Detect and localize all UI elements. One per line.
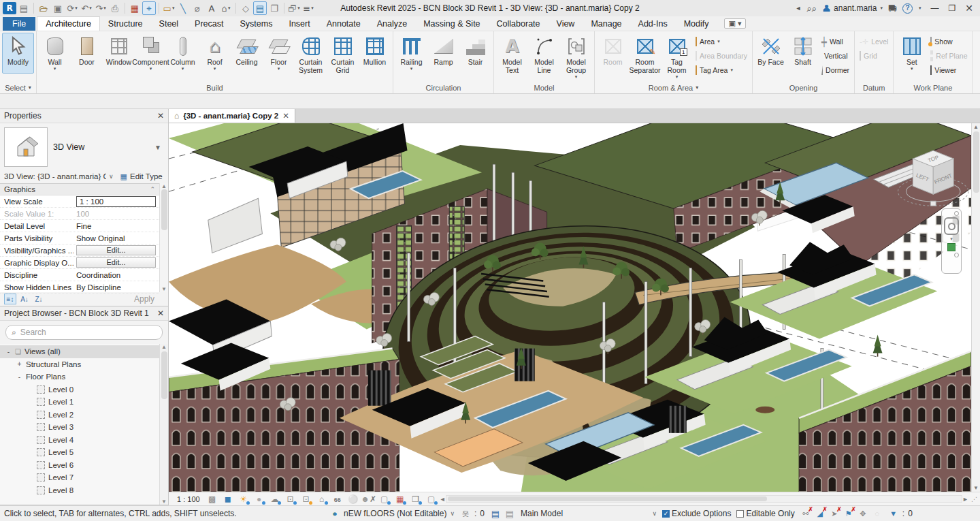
ribbon-tab-add-ins[interactable]: Add-Ins — [630, 17, 676, 31]
shaft-button[interactable]: Shaft — [787, 33, 819, 74]
editable-only-checkbox[interactable]: Editable Only — [736, 509, 794, 518]
property-row[interactable]: View Scale1 : 100 — [0, 195, 159, 208]
default-3d-view-caret-icon[interactable]: ▾ — [228, 5, 231, 11]
instance-caret-icon[interactable]: ∨ — [109, 173, 114, 180]
redo-icon[interactable]: ↷▾ — [94, 1, 108, 15]
model-line-button[interactable]: Model Line — [528, 33, 560, 82]
selection-filter[interactable]: ▼:0 — [888, 508, 913, 519]
text-icon[interactable]: A — [205, 1, 218, 15]
app-store-icon[interactable]: ⛟ — [888, 4, 897, 13]
column-button[interactable]: Column▾ — [167, 33, 199, 74]
type-selector-caret-icon[interactable]: ▼ — [154, 144, 161, 151]
edit-type-button[interactable]: ▦ Edit Type — [120, 172, 163, 180]
navigation-bar[interactable]: ▾ — [941, 208, 962, 274]
ribbon-tab-systems[interactable]: Systems — [231, 17, 280, 31]
tree-item-level-1[interactable]: Level 1 — [0, 396, 168, 409]
panel-label-work-plane[interactable]: Work Plane — [894, 82, 972, 93]
by-face-button[interactable]: By Face — [755, 33, 787, 74]
select-pinned-icon[interactable]: ➤✗ — [829, 508, 840, 519]
tag-room-button[interactable]: 1Tag Room▾ — [661, 33, 693, 82]
ribbon-tab-file[interactable]: File — [3, 17, 35, 31]
tree-item-level-7[interactable]: Level 7 — [0, 471, 168, 484]
worksharing-display-icon[interactable]: ☻✗ — [363, 494, 374, 505]
restore-button[interactable]: ❐ — [949, 3, 956, 13]
panel-label-room-area[interactable]: Room & Area ▾ — [595, 82, 752, 93]
drag-on-selection-icon[interactable]: ✥ — [858, 508, 868, 519]
property-row[interactable]: Scale Value 1:100 — [0, 208, 159, 220]
viewport-canvas[interactable]: TOP LEFT FRONT ▾ — [169, 123, 971, 492]
ribbon-tab-precast[interactable]: Precast — [186, 17, 231, 31]
scroll-up-icon[interactable]: ▲ — [973, 124, 979, 130]
ceiling-button[interactable]: Ceiling — [231, 33, 263, 74]
tag-area-button[interactable]: Tag Area▾ — [693, 63, 750, 77]
properties-scrollbar[interactable]: ▲▼ — [159, 183, 168, 292]
modify-panel-switcher[interactable]: ▣ ▾ — [724, 18, 747, 29]
floor-button[interactable]: Floor▾ — [263, 33, 295, 74]
view-scale-button[interactable]: 1 : 100 — [169, 495, 207, 503]
design-option-control[interactable]: Main Model ∨ — [521, 509, 657, 518]
navbar-options-icon[interactable] — [954, 211, 959, 216]
spline-dim-icon[interactable]: ╲ — [176, 1, 190, 15]
sort-ascending-icon[interactable]: A↓ — [18, 294, 31, 304]
worksets-dialog-icon[interactable]: ▤ — [490, 508, 501, 519]
editing-requests[interactable]: 웃:0 — [460, 508, 485, 519]
property-row[interactable]: DisciplineCoordination — [0, 269, 159, 281]
graphics-section-header[interactable]: Graphics⌃ — [0, 184, 159, 195]
crop-view-icon[interactable]: ⊡ — [285, 494, 296, 505]
ribbon-tab-view[interactable]: View — [549, 17, 583, 31]
select-links-icon[interactable]: ⚯✗ — [800, 508, 811, 519]
viewport-vertical-scrollbar[interactable]: ▲ ▼ — [971, 123, 980, 492]
model-group-button[interactable]: Model Group▾ — [560, 33, 592, 82]
ribbon-tab-massing-site[interactable]: Massing & Site — [415, 17, 488, 31]
viewport-horizontal-scrollbar[interactable]: ◄ ► — [440, 495, 968, 503]
exclude-options-checkbox[interactable]: ✓ Exclude Options — [662, 509, 731, 518]
component-button[interactable]: Component▾ — [135, 33, 167, 74]
customize-qat-caret-icon[interactable]: ▾ — [311, 5, 314, 11]
customize-qat-icon[interactable]: ≡▾ — [301, 1, 315, 15]
minimize-button[interactable]: — — [931, 3, 939, 13]
tree-item-structural-plans[interactable]: +Structural Plans — [0, 358, 168, 371]
redo-caret-icon[interactable]: ▾ — [103, 5, 106, 11]
undo-caret-icon[interactable]: ▾ — [89, 5, 92, 11]
save-icon[interactable]: ▣ — [51, 1, 65, 15]
panel-label-build[interactable]: Build — [37, 82, 393, 93]
property-row[interactable]: Visibility/Graphics ...Edit... — [0, 244, 159, 257]
door-button[interactable]: Door — [71, 33, 103, 74]
file-tab-icon[interactable]: ▤ — [17, 1, 31, 15]
ribbon-tab-collaborate[interactable]: Collaborate — [489, 17, 549, 31]
ribbon-tab-annotate[interactable]: Annotate — [318, 17, 369, 31]
user-menu-caret-icon[interactable]: ▾ — [880, 5, 883, 11]
sync-caret-icon[interactable]: ▾ — [75, 5, 78, 11]
tree-item-level-8[interactable]: Level 8 — [0, 484, 168, 497]
show-crop-region-icon[interactable]: ⊡ — [301, 494, 312, 505]
reveal-constraints-icon[interactable]: ▢ — [426, 494, 437, 505]
close-inactive-icon[interactable]: ❐ — [267, 1, 281, 15]
workset-caret-icon[interactable]: ∨ — [450, 510, 455, 517]
panel-label-model[interactable]: Model — [494, 82, 594, 93]
close-hidden-icon[interactable]: ▦ — [128, 1, 142, 15]
measure-icon[interactable]: ▭▾ — [162, 1, 176, 15]
tree-item-level-4[interactable]: Level 4 — [0, 434, 168, 447]
temporary-hide-isolate-icon[interactable]: 66 — [332, 494, 343, 505]
collapse-icon[interactable]: - — [16, 373, 22, 381]
property-row[interactable]: Detail LevelFine — [0, 220, 159, 232]
panel-label-select[interactable]: Select ▾ — [0, 82, 36, 93]
switch-windows-icon[interactable]: 🗗︎▾ — [287, 1, 301, 15]
signed-in-user[interactable]: 👤︎ anant.maria ▾ — [822, 3, 883, 13]
shadows-icon[interactable]: ● — [254, 494, 265, 505]
wall-button[interactable]: Wall▾ — [39, 33, 71, 74]
render-icon[interactable]: ☁ — [270, 494, 280, 505]
vertical-button[interactable]: Vertical — [819, 49, 852, 63]
scroll-right-icon[interactable]: ► — [962, 496, 968, 503]
help-icon[interactable]: ? — [902, 3, 913, 14]
section-icon[interactable]: ◇ — [239, 1, 252, 15]
print-icon[interactable]: ⎙ — [108, 1, 122, 15]
stair-button[interactable]: Stair — [459, 33, 491, 74]
area-boundary-button[interactable]: Area Boundary — [693, 49, 750, 63]
curtain-system-button[interactable]: Curtain System — [295, 33, 327, 82]
sort-default-icon[interactable]: ≡↕ — [4, 294, 16, 304]
browser-search-input[interactable]: ⌕ Search — [5, 325, 163, 340]
ref-plane-button[interactable]: Ref Plane — [928, 49, 970, 63]
detail-level-icon[interactable]: ▩ — [207, 494, 218, 505]
close-button[interactable]: ✕ — [965, 3, 973, 14]
